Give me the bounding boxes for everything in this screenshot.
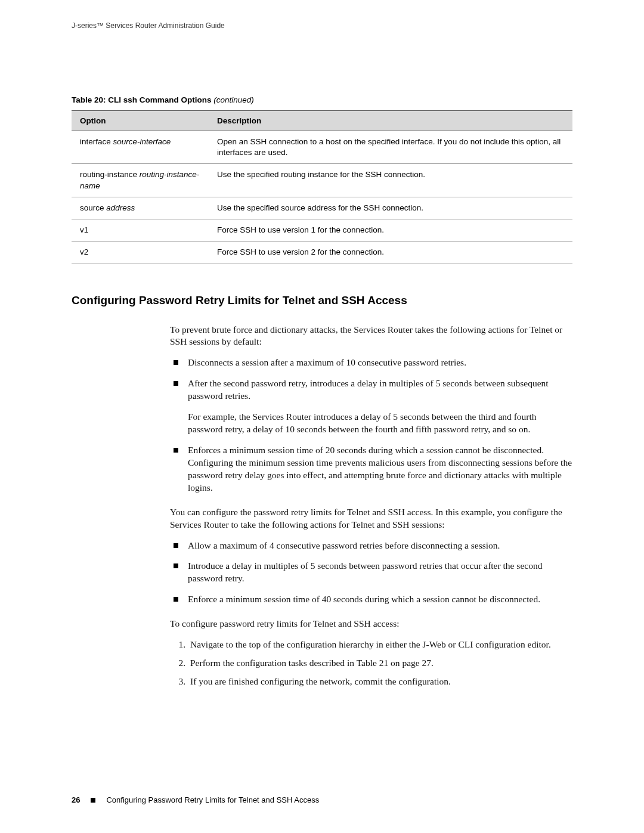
- table-row: interface source-interface Open an SSH c…: [72, 131, 572, 164]
- desc-cell: Open an SSH connection to a host on the …: [209, 131, 572, 164]
- steps-intro-paragraph: To configure password retry limits for T…: [170, 618, 572, 630]
- intro-paragraph: To prevent brute force and dictionary at…: [170, 324, 572, 349]
- page-body: J-series™ Services Router Administration…: [0, 0, 644, 688]
- option-cell: source address: [72, 197, 209, 219]
- running-header: J-series™ Services Router Administration…: [72, 21, 572, 30]
- example-list: Allow a maximum of 4 consecutive passwor…: [170, 540, 572, 606]
- list-item: If you are finished configuring the netw…: [188, 676, 572, 688]
- desc-cell: Force SSH to use version 2 for the conne…: [209, 241, 572, 264]
- list-item: Allow a maximum of 4 consecutive passwor…: [170, 540, 572, 552]
- list-item: Introduce a delay in multiples of 5 seco…: [170, 560, 572, 585]
- section-heading: Configuring Password Retry Limits for Te…: [72, 294, 572, 307]
- list-item: Disconnects a session after a maximum of…: [170, 357, 572, 369]
- table-caption: Table 20: CLI ssh Command Options (conti…: [72, 95, 572, 104]
- table-row: v1 Force SSH to use version 1 for the co…: [72, 219, 572, 241]
- list-item: Perform the configuration tasks describe…: [188, 657, 572, 670]
- option-cell: routing-instance routing-instance-name: [72, 164, 209, 197]
- steps-list: Navigate to the top of the configuration…: [170, 639, 572, 688]
- table-caption-continued: (continued): [212, 95, 254, 104]
- cli-ssh-options-table: Option Description interface source-inte…: [72, 110, 572, 264]
- defaults-list: Disconnects a session after a maximum of…: [170, 357, 572, 494]
- option-cell: v1: [72, 219, 209, 241]
- example-intro-paragraph: You can configure the password retry lim…: [170, 506, 572, 531]
- desc-cell: Use the specified source address for the…: [209, 197, 572, 219]
- option-cell: v2: [72, 241, 209, 264]
- footer-square-icon: [91, 798, 95, 803]
- page-footer: 26 Configuring Password Retry Limits for…: [72, 795, 319, 804]
- list-item: Enforces a minimum session time of 20 se…: [170, 444, 572, 494]
- option-cell: interface source-interface: [72, 131, 209, 164]
- footer-title: Configuring Password Retry Limits for Te…: [106, 795, 319, 804]
- list-item: Navigate to the top of the configuration…: [188, 639, 572, 651]
- section-body: To prevent brute force and dictionary at…: [170, 324, 572, 688]
- table-row: v2 Force SSH to use version 2 for the co…: [72, 241, 572, 264]
- list-item: Enforce a minimum session time of 40 sec…: [170, 593, 572, 606]
- desc-cell: Force SSH to use version 1 for the conne…: [209, 219, 572, 241]
- table-caption-title: Table 20: CLI ssh Command Options: [72, 95, 212, 104]
- table-row: routing-instance routing-instance-name U…: [72, 164, 572, 197]
- th-option: Option: [72, 111, 209, 131]
- list-item: After the second password retry, introdu…: [170, 377, 572, 436]
- table-row: source address Use the specified source …: [72, 197, 572, 219]
- list-item-subparagraph: For example, the Services Router introdu…: [188, 411, 572, 436]
- desc-cell: Use the specified routing instance for t…: [209, 164, 572, 197]
- th-description: Description: [209, 111, 572, 131]
- page-number: 26: [72, 795, 80, 804]
